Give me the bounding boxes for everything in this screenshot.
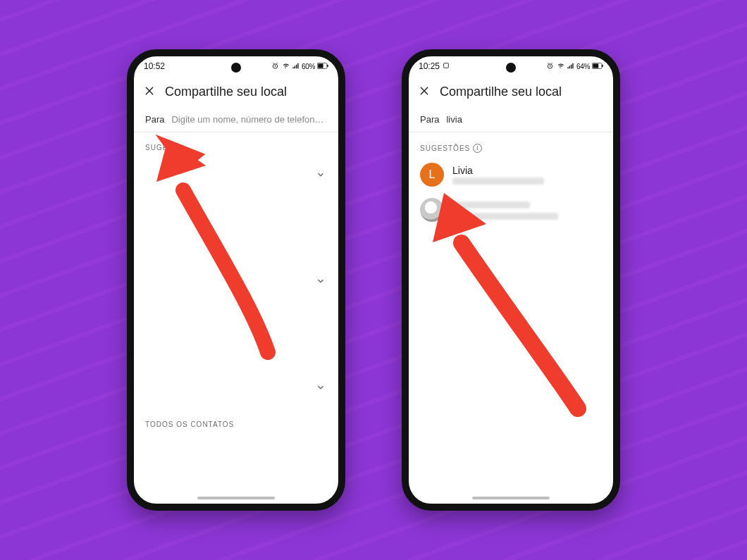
svg-rect-8 [602,64,603,67]
suggestion-collapsed-row[interactable] [134,156,338,194]
avatar-image [420,198,444,222]
to-value: livia [446,114,602,125]
alarm-icon [546,62,554,71]
close-icon[interactable] [419,85,430,99]
suggestion-collapsed-row[interactable] [134,262,338,300]
suggestion-name-redacted [452,201,530,209]
spacer [134,300,338,368]
svg-rect-3 [327,64,328,67]
svg-rect-7 [593,63,598,68]
phone-right: 10:25 [402,49,620,511]
wifi-icon [281,62,290,71]
suggestions-header-text: SUGESTÕES [420,144,470,152]
chevron-down-icon [316,276,326,286]
avatar-initial: L [420,163,444,187]
suggestion-item[interactable]: L Livia [413,157,609,192]
suggestions-header-text: SUGE [145,144,168,151]
suggestions-header: SUGESTÕES i [409,132,613,157]
svg-rect-4 [444,63,449,68]
signal-icon [567,62,574,71]
page-background: 10:52 60% [0,0,747,560]
screenshot-indicator-icon [443,61,450,71]
to-field[interactable]: Para Digite um nome, número de telefone … [134,107,338,132]
suggestion-detail-redacted [452,213,558,220]
all-contacts-header-text: TODOS OS CONTATOS [145,421,234,428]
all-contacts-header: TODOS OS CONTATOS [134,406,338,435]
suggestion-list: L Livia [409,157,613,228]
status-time: 10:52 [144,61,165,71]
page-title: Compartilhe seu local [440,85,562,99]
to-field[interactable]: Para livia [409,107,613,132]
gesture-bar [197,497,275,499]
chevron-down-icon [316,170,326,180]
statusbar: 10:25 [409,56,613,76]
phones-row: 10:52 60% [0,0,747,560]
suggestion-detail-redacted [452,178,544,185]
header-bar: Compartilhe seu local [134,76,338,107]
suggestion-name: Livia [452,165,602,176]
spacer [134,194,338,262]
to-label: Para [420,114,439,125]
status-battery-text: 60% [302,63,315,70]
suggestions-header: SUGE [134,132,338,156]
suggestion-item[interactable] [413,192,609,228]
battery-icon [592,63,603,70]
status-time: 10:25 [419,61,440,71]
spacer [134,435,338,504]
wifi-icon [556,62,564,71]
page-title: Compartilhe seu local [165,85,287,99]
chevron-down-icon [316,382,326,392]
gesture-bar [472,497,550,499]
status-battery-text: 64% [576,63,590,70]
battery-icon [317,63,328,70]
avatar-initial-text: L [429,168,436,181]
header-bar: Compartilhe seu local [409,76,613,107]
to-placeholder: Digite um nome, número de telefone ou... [171,114,327,125]
alarm-icon [271,62,279,71]
suggestion-collapsed-row[interactable] [134,368,338,406]
phone-left: 10:52 60% [127,49,345,511]
close-icon[interactable] [144,85,155,99]
info-icon[interactable]: i [473,144,482,153]
statusbar: 10:52 60% [134,56,338,76]
to-label: Para [145,114,164,125]
signal-icon [292,62,300,71]
svg-rect-2 [318,63,323,68]
